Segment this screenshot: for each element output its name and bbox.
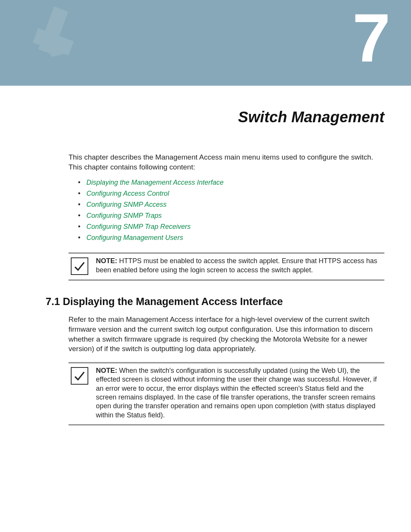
toc-link-snmp-access[interactable]: Configuring SNMP Access bbox=[78, 201, 384, 209]
page-content: Switch Management This chapter describes… bbox=[0, 86, 411, 452]
note-label: NOTE: bbox=[96, 257, 117, 265]
toc-link-snmp-trap-receivers[interactable]: Configuring SNMP Trap Receivers bbox=[78, 223, 384, 231]
banner-arrow-icon bbox=[15, 0, 99, 84]
toc-link-access-control[interactable]: Configuring Access Control bbox=[78, 190, 384, 198]
toc-link-mgmt-users[interactable]: Configuring Management Users bbox=[78, 234, 384, 242]
toc-link-snmp-traps[interactable]: Configuring SNMP Traps bbox=[78, 212, 384, 220]
note-body: When the switch's configuration is succe… bbox=[96, 367, 377, 419]
toc-list: Displaying the Management Access Interfa… bbox=[78, 179, 384, 242]
chapter-banner: 7 bbox=[0, 0, 411, 86]
note-text: NOTE: When the switch's configuration is… bbox=[96, 366, 384, 420]
section-number: 7.1 bbox=[46, 296, 60, 307]
note-https: NOTE: HTTPS must be enabled to access th… bbox=[68, 252, 384, 281]
note-text: NOTE: HTTPS must be enabled to access th… bbox=[96, 257, 384, 275]
checkmark-icon bbox=[71, 257, 88, 275]
toc-link-display-mgmt[interactable]: Displaying the Management Access Interfa… bbox=[78, 179, 384, 187]
note-body: HTTPS must be enabled to access the swit… bbox=[96, 257, 377, 273]
section-heading: 7.1 Displaying the Management Access Int… bbox=[46, 296, 384, 308]
checkmark-icon bbox=[71, 367, 88, 385]
chapter-title: Switch Management bbox=[27, 109, 384, 126]
section-body: Refer to the main Management Access inte… bbox=[68, 315, 384, 354]
note-label: NOTE: bbox=[96, 367, 117, 374]
intro-paragraph: This chapter describes the Management Ac… bbox=[68, 152, 384, 172]
note-config-update: NOTE: When the switch's configuration is… bbox=[68, 362, 384, 425]
chapter-number: 7 bbox=[352, 4, 388, 72]
section-title: Displaying the Management Access Interfa… bbox=[63, 296, 283, 307]
